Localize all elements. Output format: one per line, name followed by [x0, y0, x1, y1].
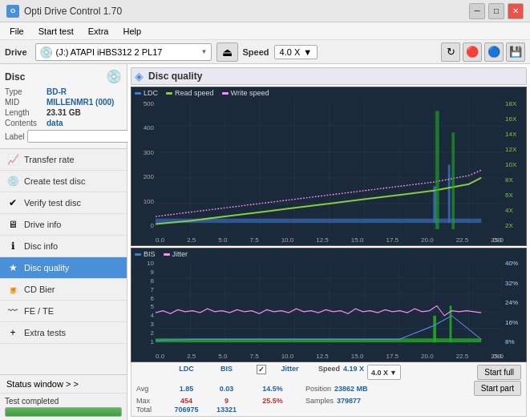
- eject-button[interactable]: ⏏: [216, 42, 238, 62]
- top-gb-label: GB: [492, 236, 502, 244]
- bis-dot: [135, 253, 141, 256]
- status-section: Status window > > Test completed: [0, 374, 127, 420]
- sidebar-item-label: CD Bier: [24, 285, 55, 294]
- minimize-button[interactable]: ─: [469, 3, 485, 19]
- total-ldc: 706975: [164, 406, 208, 414]
- read-dot: [166, 92, 172, 95]
- ldc-dot: [135, 92, 141, 95]
- legend-read: Read speed: [166, 89, 214, 97]
- ldc-col-header: LDC: [164, 365, 208, 380]
- contents-value: data: [47, 119, 63, 127]
- sidebar-item-disc-quality[interactable]: ★ Disc quality: [0, 257, 127, 279]
- quality-header-icon: ◈: [135, 70, 144, 83]
- disc-quality-icon: ★: [6, 261, 19, 274]
- sidebar-item-fe-te[interactable]: 〰 FE / TE: [0, 301, 127, 322]
- mid-value: MILLENMR1 (000): [47, 98, 114, 107]
- drive-icon: 💿: [39, 46, 53, 59]
- samples-value: 379877: [337, 397, 361, 405]
- svg-rect-17: [451, 132, 455, 229]
- top-x-axis: 0.0 2.5 5.0 7.5 10.0 12.5 15.0 17.5 20.0…: [156, 236, 504, 244]
- toolbar-btn-2[interactable]: 🔴: [463, 42, 482, 62]
- main-content: ◈ Disc quality LDC Read speed: [127, 64, 530, 420]
- bottom-chart-legend: BIS Jitter: [135, 250, 188, 258]
- toolbar-btn-1[interactable]: ↻: [441, 42, 460, 62]
- drive-selector[interactable]: 💿 (J:) ATAPI iHBS312 2 PL17 ▼: [35, 43, 212, 61]
- speed-val-display: 4.19 X: [343, 365, 364, 380]
- label-input[interactable]: [27, 130, 136, 143]
- maximize-button[interactable]: □: [488, 3, 504, 19]
- disc-quality-header: ◈ Disc quality: [131, 67, 527, 85]
- sidebar-item-transfer-rate[interactable]: 📈 Transfer rate: [0, 149, 127, 171]
- max-row: Max 454 9 25.5% Samples 379877: [136, 397, 521, 405]
- status-text: Test completed: [5, 397, 122, 406]
- menu-start-test[interactable]: Start test: [32, 25, 80, 38]
- sidebar-item-cd-bier[interactable]: 🍺 CD Bier: [0, 279, 127, 301]
- jitter-col-header: Jitter: [268, 365, 312, 380]
- close-button[interactable]: ✕: [508, 3, 524, 19]
- drive-info-icon: 🖥: [6, 218, 19, 231]
- speed-col-header: Speed: [318, 365, 340, 380]
- jitter-checkbox[interactable]: ✓: [257, 365, 266, 374]
- sidebar-nav: 📈 Transfer rate 💿 Create test disc ✔ Ver…: [0, 149, 127, 374]
- start-part-button[interactable]: Start part: [474, 381, 521, 396]
- speed-selector[interactable]: 4.0 X ▼: [274, 45, 318, 59]
- ldc-label: LDC: [144, 89, 158, 97]
- drive-dropdown-arrow: ▼: [201, 48, 208, 55]
- start-full-button[interactable]: Start full: [477, 365, 521, 380]
- svg-rect-15: [448, 165, 451, 224]
- toolbar-btn-save[interactable]: 💾: [506, 42, 525, 62]
- disc-section-label: Disc: [5, 71, 25, 83]
- title-bar: O Opti Drive Control 1.70 ─ □ ✕: [0, 0, 530, 22]
- menu-extra[interactable]: Extra: [82, 25, 115, 38]
- speed-select-arrow: ▼: [390, 369, 397, 377]
- mid-label: MID: [5, 98, 47, 107]
- drive-label: Drive: [5, 47, 27, 57]
- top-chart: LDC Read speed Write speed 500 400 300: [131, 87, 527, 246]
- menu-file[interactable]: File: [3, 25, 30, 38]
- sidebar-item-label: Disc quality: [24, 263, 69, 273]
- speed-selector-stats[interactable]: 4.0 X ▼: [367, 365, 401, 380]
- max-jitter: 25.5%: [245, 397, 301, 405]
- sidebar-item-label: FE / TE: [24, 306, 54, 316]
- legend-jitter: Jitter: [164, 250, 188, 258]
- toolbar-btn-3[interactable]: 🔵: [484, 42, 504, 62]
- create-disc-icon: 💿: [6, 175, 19, 188]
- sidebar-progress-bar: [5, 407, 122, 417]
- disc-refresh-icon[interactable]: 💿: [106, 69, 122, 84]
- extra-tests-icon: +: [6, 326, 19, 339]
- quality-title: Disc quality: [148, 71, 202, 82]
- contents-label: Contents: [5, 119, 47, 127]
- top-y-axis-left: 500 400 300 200 100 0: [131, 100, 156, 229]
- drive-name: (J:) ATAPI iHBS312 2 PL17: [56, 47, 198, 57]
- menu-help[interactable]: Help: [116, 25, 148, 38]
- avg-label: Avg: [136, 385, 164, 393]
- sidebar-item-verify-test-disc[interactable]: ✔ Verify test disc: [0, 192, 127, 214]
- sidebar-progress-fill: [6, 408, 121, 416]
- bottom-gb-label: GB: [492, 353, 502, 360]
- sidebar-item-label: Transfer rate: [24, 155, 75, 164]
- sidebar-progress-row: Test completed: [0, 394, 127, 420]
- status-window-label: Status window > >: [6, 379, 79, 389]
- bottom-chart: BIS Jitter 10 9 8 7 6 5 4 3 2: [131, 248, 527, 362]
- max-label: Max: [136, 397, 164, 405]
- avg-ldc: 1.85: [164, 385, 208, 393]
- write-label: Write speed: [231, 89, 269, 97]
- sidebar-item-disc-info[interactable]: ℹ Disc info: [0, 236, 127, 257]
- bottom-chart-svg: [156, 261, 504, 345]
- menu-bar: File Start test Extra Help: [0, 22, 530, 40]
- status-window-button[interactable]: Status window > >: [0, 375, 127, 394]
- speed-arrow: ▼: [303, 47, 312, 57]
- sidebar: Disc 💿 Type BD-R MID MILLENMR1 (000) Len…: [0, 64, 127, 420]
- total-label: Total: [136, 406, 164, 414]
- sidebar-item-drive-info[interactable]: 🖥 Drive info: [0, 214, 127, 236]
- avg-bis: 0.03: [208, 385, 245, 393]
- jitter-dot: [164, 253, 170, 256]
- main-layout: Disc 💿 Type BD-R MID MILLENMR1 (000) Len…: [0, 64, 530, 420]
- top-chart-legend: LDC Read speed Write speed: [135, 89, 269, 97]
- legend-write: Write speed: [222, 89, 269, 97]
- sidebar-item-create-test-disc[interactable]: 💿 Create test disc: [0, 171, 127, 192]
- max-bis: 9: [208, 397, 245, 405]
- stats-header-row: LDC BIS ✓ Jitter Speed 4.19 X 4.0 X ▼ St…: [136, 365, 521, 380]
- read-label: Read speed: [175, 89, 214, 97]
- sidebar-item-extra-tests[interactable]: + Extra tests: [0, 322, 127, 344]
